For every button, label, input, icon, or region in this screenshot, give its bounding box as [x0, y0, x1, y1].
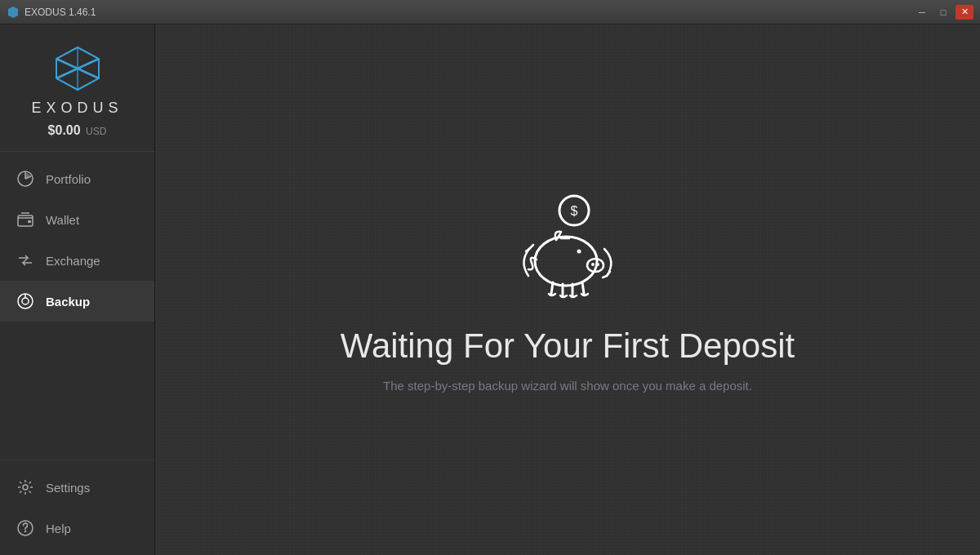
balance-display: $0.00 USD [48, 123, 107, 138]
titlebar-controls: ─ □ ✕ [913, 5, 973, 20]
svg-point-21 [596, 263, 599, 266]
svg-text:$: $ [571, 204, 578, 218]
exchange-icon [16, 251, 34, 269]
balance-amount: $0.00 [48, 123, 81, 137]
titlebar-title: EXODUS 1.46.1 [24, 7, 96, 18]
svg-point-20 [591, 263, 595, 266]
wallet-label: Wallet [46, 213, 79, 227]
sidebar-header: EXODUS $0.00 USD [0, 24, 154, 152]
sidebar-nav: Portfolio Wallet [0, 152, 154, 460]
waiting-subtitle: The step-by-step backup wizard will show… [383, 379, 752, 393]
waiting-title: Waiting For Your First Deposit [341, 326, 795, 366]
svg-line-26 [582, 282, 584, 294]
logo-text: EXODUS [31, 100, 122, 117]
sidebar: EXODUS $0.00 USD Portfolio [0, 24, 155, 555]
sidebar-item-backup[interactable]: Backup [0, 281, 154, 322]
titlebar-left: EXODUS 1.46.1 [7, 6, 96, 19]
sidebar-item-settings[interactable]: Settings [0, 467, 154, 508]
sidebar-item-portfolio[interactable]: Portfolio [0, 158, 154, 199]
exodus-logo-icon [53, 44, 102, 93]
wallet-icon [16, 211, 34, 229]
app-icon [7, 6, 20, 19]
main-content: $ [155, 24, 980, 555]
sidebar-item-exchange[interactable]: Exchange [0, 240, 154, 281]
piggy-bank-icon: $ [510, 188, 625, 302]
sidebar-item-wallet[interactable]: Wallet [0, 199, 154, 240]
help-label: Help [46, 522, 71, 535]
svg-point-15 [25, 531, 26, 532]
app-container: EXODUS $0.00 USD Portfolio [0, 24, 980, 555]
svg-point-10 [22, 298, 29, 304]
svg-point-12 [23, 485, 28, 490]
exchange-label: Exchange [46, 254, 100, 268]
balance-currency: USD [86, 126, 106, 137]
settings-icon [16, 478, 34, 496]
svg-point-22 [577, 249, 581, 253]
portfolio-icon [16, 170, 34, 188]
sidebar-bottom: Settings Help [0, 460, 154, 555]
settings-label: Settings [46, 481, 90, 495]
minimize-button[interactable]: ─ [913, 5, 931, 20]
svg-rect-8 [28, 220, 31, 223]
titlebar: EXODUS 1.46.1 ─ □ ✕ [0, 0, 980, 24]
maximize-button[interactable]: □ [934, 5, 952, 20]
portfolio-label: Portfolio [46, 172, 91, 186]
close-button[interactable]: ✕ [956, 5, 973, 20]
backup-icon [16, 292, 34, 310]
sidebar-item-help[interactable]: Help [0, 508, 154, 548]
backup-label: Backup [46, 295, 90, 309]
help-icon [16, 519, 34, 537]
svg-line-23 [551, 282, 553, 294]
